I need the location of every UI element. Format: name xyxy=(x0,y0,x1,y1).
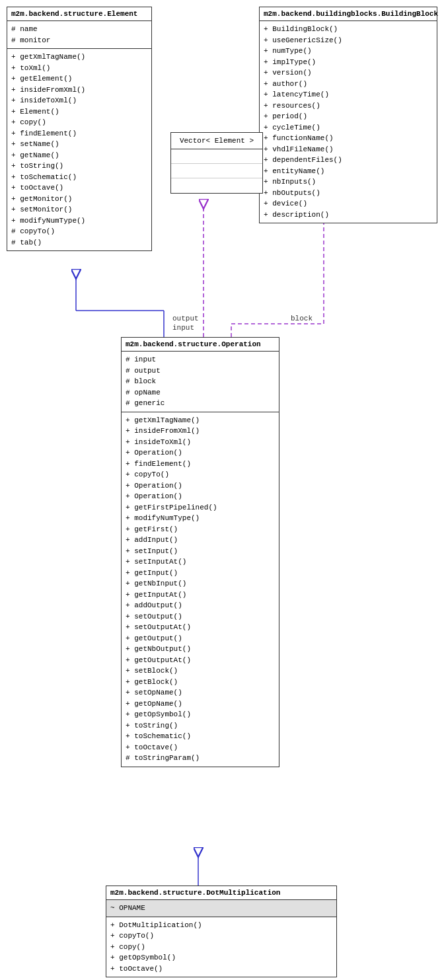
operation-box: m2m.backend.structure.Operation # input … xyxy=(121,337,279,767)
element-m11: + toString() xyxy=(11,161,147,172)
element-m6: + Element() xyxy=(11,106,147,118)
operation-methods: + getXmlTagName() + insideFromXml() + in… xyxy=(122,412,279,767)
buildingblock-methods: + BuildingBlock() + useGenericSize() + n… xyxy=(260,21,437,223)
dm-m5: + toOctave() xyxy=(110,963,332,975)
op-m27: + getOpName() xyxy=(126,698,275,710)
op-m22: + getNbOutput() xyxy=(126,644,275,655)
bb-m6: + author() xyxy=(264,79,433,90)
element-attr-2: # monitor xyxy=(11,35,147,46)
op-m28: + getOpSymbol() xyxy=(126,709,275,720)
op-m12: + addInput() xyxy=(126,535,275,546)
bb-m10: + cycleTime() xyxy=(264,122,433,133)
vector-box: Vector< Element > xyxy=(170,132,263,194)
dm-m1: + DotMultiplication() xyxy=(110,920,332,931)
op-m3: + insideToXml() xyxy=(126,437,275,448)
buildingblock-title: m2m.backend.buildingblocks.BuildingBlock xyxy=(260,7,437,21)
element-m15: + setMonitor() xyxy=(11,204,147,215)
op-m2: + insideFromXml() xyxy=(126,426,275,437)
op-m16: + getNbInput() xyxy=(126,578,275,589)
element-m9: + setName() xyxy=(11,139,147,150)
op-m11: + getFirst() xyxy=(126,524,275,535)
op-m21: + getOutput() xyxy=(126,633,275,644)
input-label: input xyxy=(172,324,194,332)
dm-attr-1: ~ OPNAME xyxy=(110,903,332,914)
element-title: m2m.backend.structure.Element xyxy=(7,7,151,21)
op-m15: + getInput() xyxy=(126,568,275,579)
element-m12: + toSchematic() xyxy=(11,172,147,183)
dm-m3: + copy() xyxy=(110,942,332,953)
op-m7: + Operation() xyxy=(126,480,275,492)
op-m10: + modifyNumType() xyxy=(126,513,275,524)
op-m5: + findElement() xyxy=(126,459,275,470)
op-attr-2: # output xyxy=(126,365,275,377)
buildingblock-box: m2m.backend.buildingblocks.BuildingBlock… xyxy=(259,7,437,223)
element-m14: + getMonitor() xyxy=(11,194,147,205)
op-m23: + getOutputAt() xyxy=(126,655,275,666)
element-m10: + getName() xyxy=(11,150,147,161)
element-box: m2m.backend.structure.Element # name # m… xyxy=(7,7,152,251)
dotmultiplication-box: m2m.backend.structure.DotMultiplication … xyxy=(106,886,337,977)
bb-m16: + nbOutputs() xyxy=(264,188,433,199)
vector-row-3 xyxy=(171,178,262,193)
element-m16: + modifyNumType() xyxy=(11,215,147,227)
element-attributes: # name # monitor xyxy=(7,21,151,49)
vector-title: Vector< Element > xyxy=(171,133,262,149)
output-label: output xyxy=(172,315,199,322)
element-m4: + insideFromXml() xyxy=(11,85,147,96)
op-m4: + Operation() xyxy=(126,447,275,459)
dotmultiplication-methods: + DotMultiplication() + copyTo() + copy(… xyxy=(106,917,336,977)
op-m8: + Operation() xyxy=(126,491,275,502)
op-m13: + setInput() xyxy=(126,546,275,557)
vector-row-1 xyxy=(171,149,262,164)
op-m9: + getFirstPipelined() xyxy=(126,502,275,513)
op-m17: + getInputAt() xyxy=(126,589,275,601)
op-m20: + setOutputAt() xyxy=(126,622,275,633)
element-m17: # copyTo() xyxy=(11,226,147,237)
dotmultiplication-title: m2m.backend.structure.DotMultiplication xyxy=(106,886,336,900)
bb-m15: + nbInputs() xyxy=(264,176,433,188)
op-m14: + setInputAt() xyxy=(126,556,275,568)
op-m32: # toStringParam() xyxy=(126,753,275,764)
bb-m13: + dependentFiles() xyxy=(264,155,433,166)
element-methods: + getXmlTagName() + toXml() + getElement… xyxy=(7,49,151,250)
vector-row-2 xyxy=(171,164,262,178)
element-m13: + toOctave() xyxy=(11,182,147,194)
op-m29: + toString() xyxy=(126,720,275,732)
bb-m11: + functionName() xyxy=(264,133,433,144)
op-m18: + addOutput() xyxy=(126,600,275,611)
bb-m3: + numType() xyxy=(264,46,433,57)
op-attr-4: # opName xyxy=(126,387,275,398)
op-m6: + copyTo() xyxy=(126,469,275,480)
bb-m4: + implType() xyxy=(264,57,433,68)
element-m2: + toXml() xyxy=(11,63,147,74)
op-attr-5: # generic xyxy=(126,398,275,409)
op-m30: + toSchematic() xyxy=(126,731,275,742)
op-m1: + getXmlTagName() xyxy=(126,415,275,426)
element-attr-1: # name xyxy=(11,24,147,35)
bb-m9: + period() xyxy=(264,111,433,122)
operation-title: m2m.backend.structure.Operation xyxy=(122,338,279,352)
bb-m17: + device() xyxy=(264,198,433,209)
dm-m4: + getOpSymbol() xyxy=(110,952,332,963)
element-m7: + copy() xyxy=(11,117,147,128)
block-label: block xyxy=(291,315,313,322)
element-m3: + getElement() xyxy=(11,73,147,85)
op-m31: + toOctave() xyxy=(126,742,275,753)
bb-m14: + entityName() xyxy=(264,166,433,177)
op-m26: + setOpName() xyxy=(126,687,275,698)
dm-m2: + copyTo() xyxy=(110,930,332,942)
op-attr-3: # block xyxy=(126,376,275,387)
bb-m2: + useGenericSize() xyxy=(264,35,433,46)
bb-m1: + BuildingBlock() xyxy=(264,24,433,35)
dotmultiplication-attributes: ~ OPNAME xyxy=(106,900,336,917)
element-m5: + insideToXml() xyxy=(11,95,147,106)
diagram-container: m2m.backend.structure.Element # name # m… xyxy=(0,0,444,980)
op-m19: + setOutput() xyxy=(126,611,275,622)
element-m1: + getXmlTagName() xyxy=(11,52,147,63)
op-attr-1: # input xyxy=(126,354,275,365)
bb-m5: + version() xyxy=(264,67,433,79)
bb-m18: + description() xyxy=(264,209,433,221)
bb-m12: + vhdlFileName() xyxy=(264,144,433,155)
bb-m8: + resources() xyxy=(264,100,433,112)
element-m8: + findElement() xyxy=(11,128,147,139)
